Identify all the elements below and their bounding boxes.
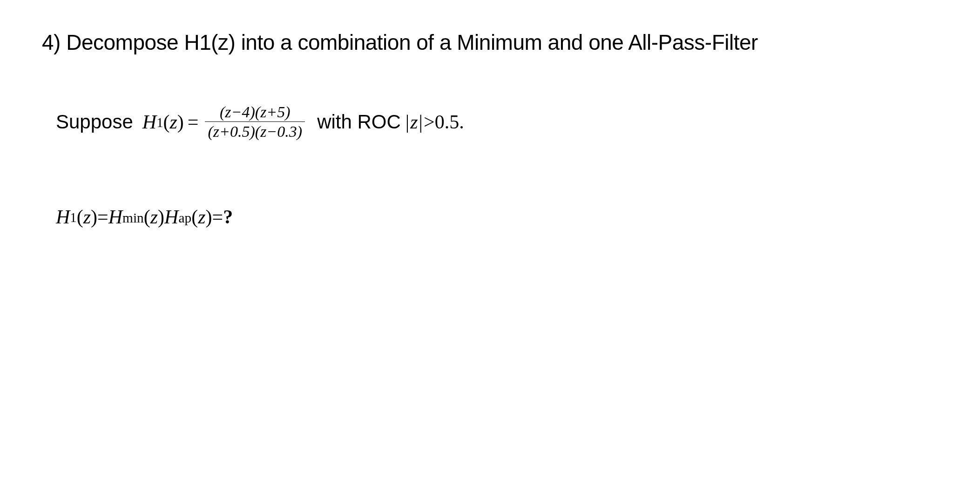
paren-close-l2: ): [91, 206, 97, 228]
paren-close-ap: ): [206, 206, 212, 228]
suppose-prefix: Suppose: [56, 111, 133, 133]
subscript-ap: ap: [178, 210, 191, 226]
paren-close-min: ): [158, 206, 164, 228]
variable-z-ap: z: [198, 206, 205, 228]
abs-bar-left: |: [405, 111, 410, 133]
greater-than: >: [424, 111, 435, 133]
variable-Hmin: H: [108, 206, 122, 228]
paren-open-min: (: [144, 206, 150, 228]
transfer-function-fraction: (z−4)(z+5) (z+0.5)(z−0.3): [205, 103, 305, 141]
equals-sign: =: [188, 111, 199, 133]
fraction-numerator: (z−4)(z+5): [217, 103, 293, 121]
decomposition-equation: H1(z) = Hmin(z)Hap(z) = ?: [56, 206, 233, 228]
equation-line-2: H1(z) = Hmin(z)Hap(z) = ?: [56, 206, 938, 228]
paren-open-ap: (: [191, 206, 198, 228]
roc-value: 0.5: [435, 111, 460, 133]
variable-z-min: z: [150, 206, 158, 228]
period: .: [459, 111, 464, 133]
paren-close: ): [177, 111, 184, 133]
equation-line-1: Suppose H1(z) = (z−4)(z+5) (z+0.5)(z−0.3…: [56, 103, 938, 141]
paren-open-l2: (: [77, 206, 83, 228]
variable-z-roc: z: [410, 111, 418, 133]
with-roc-text: with ROC: [317, 111, 401, 133]
fraction-denominator: (z+0.5)(z−0.3): [205, 121, 305, 140]
variable-H-l2: H: [56, 206, 70, 228]
h1-of-z-lhs: H1(z): [142, 111, 184, 133]
variable-z-l2: z: [83, 206, 91, 228]
abs-bar-right: |: [418, 111, 424, 133]
subscript-1: 1: [156, 115, 163, 130]
variable-H: H: [142, 111, 156, 133]
question-mark: ?: [223, 206, 233, 228]
paren-open: (: [163, 111, 169, 133]
problem-title: 4) Decompose H1(z) into a combination of…: [42, 28, 938, 57]
subscript-1-l2: 1: [70, 210, 76, 225]
equals-sign-l2-2: =: [212, 206, 223, 228]
variable-z: z: [169, 111, 177, 133]
subscript-min: min: [122, 210, 144, 226]
equals-sign-l2-1: =: [97, 206, 108, 228]
variable-Hap: H: [164, 206, 178, 228]
roc-expression: |z| > 0.5.: [405, 111, 464, 133]
